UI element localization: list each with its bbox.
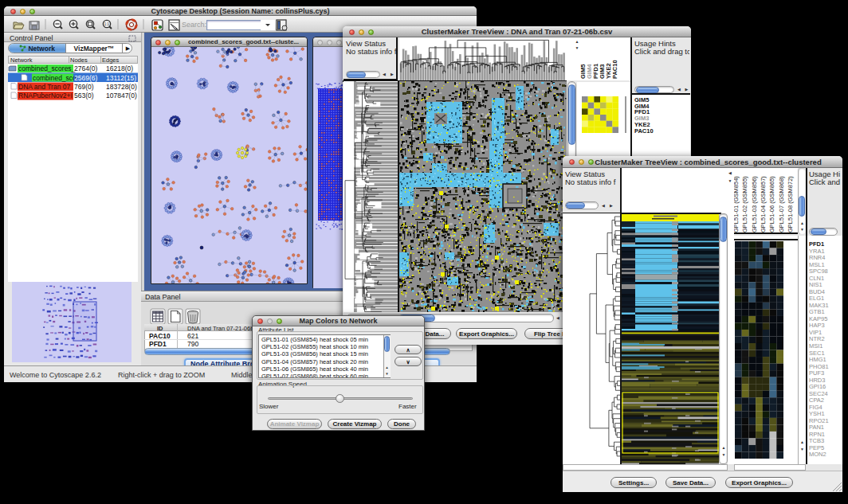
svg-text:GPL51-03 (GSM856): GPL51-03 (GSM856) (751, 176, 758, 232)
svg-text:13112(15): 13112(15) (106, 74, 136, 82)
svg-text:GPL51-02 (GSM855): GPL51-02 (GSM855) (741, 176, 748, 232)
svg-text:769(0): 769(0) (74, 83, 94, 91)
svg-text:GPL51-08 (GSM872): GPL51-08 (GSM872) (787, 176, 794, 232)
svg-text:GPL51-06 (GSM865): GPL51-06 (GSM865) (768, 176, 775, 232)
svg-text:563(0): 563(0) (74, 92, 94, 100)
svg-text:1:1: 1:1 (104, 22, 110, 26)
svg-text:combined_scores_: combined_scores_ (18, 64, 76, 72)
svg-text:MON2: MON2 (809, 451, 826, 458)
svg-text:combined_sco: combined_sco (33, 74, 77, 82)
svg-text:107847(0): 107847(0) (106, 92, 137, 100)
svg-text:GPL51-04 (GSM857): GPL51-04 (GSM857) (760, 176, 767, 232)
svg-text:DNA and Tran 07: DNA and Tran 07 (18, 83, 70, 91)
svg-text:183728(0): 183728(0) (106, 83, 137, 91)
svg-text:2569(6): 2569(6) (74, 74, 97, 82)
svg-text:GPL51-07 (GSM868): GPL51-07 (GSM868) (778, 176, 785, 232)
svg-text:GPL51-01 (GSM854): GPL51-01 (GSM854) (734, 176, 740, 232)
svg-text:2764(0): 2764(0) (74, 64, 97, 72)
svg-text:16218(0): 16218(0) (106, 64, 133, 72)
svg-text:PAC10: PAC10 (611, 60, 618, 79)
svg-text:RNAPuberNov2+I: RNAPuberNov2+I (18, 92, 73, 100)
